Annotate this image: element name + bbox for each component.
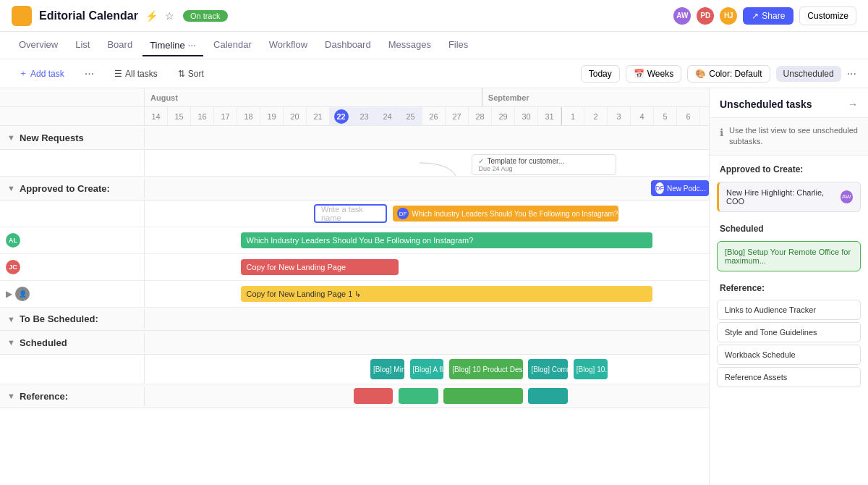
- sort-button[interactable]: ⇅ Sort: [171, 66, 211, 82]
- all-tasks-button[interactable]: ☰ All tasks: [107, 66, 165, 82]
- ref-bar-4: [528, 388, 568, 404]
- header: Editorial Calendar ⚡ ☆ On track AW PD HJ…: [0, 0, 868, 32]
- app-logo: [12, 6, 32, 26]
- tab-messages[interactable]: Messages: [381, 35, 438, 56]
- right-panel: Unscheduled tasks → ℹ Use the list view …: [709, 88, 868, 485]
- share-icon: ↗: [752, 11, 759, 21]
- panel-arrow-icon[interactable]: →: [848, 98, 858, 110]
- tab-overview[interactable]: Overview: [12, 35, 65, 56]
- tab-calendar[interactable]: Calendar: [206, 35, 259, 56]
- today-button[interactable]: Today: [581, 65, 620, 83]
- chevron-new-requests[interactable]: ▼: [7, 133, 15, 142]
- section-reference: ▼ Reference:: [0, 384, 709, 408]
- day-cell-31: 31: [538, 107, 561, 125]
- panel-ref-workback[interactable]: Workback Schedule: [717, 345, 861, 365]
- blog-comm-bar[interactable]: [Blog] Comm...: [528, 359, 568, 379]
- expand-subtask-icon[interactable]: ▶: [6, 289, 12, 299]
- day-cell-21: 21: [307, 107, 330, 125]
- color-button[interactable]: 🎨 Color: Default: [687, 65, 770, 83]
- user-avatar-subtask: 👤: [15, 287, 30, 301]
- tab-board[interactable]: Board: [100, 35, 140, 56]
- panel-ref-assets[interactable]: Reference Assets: [717, 367, 861, 387]
- panel-scheduled-card-1[interactable]: [Blog] Setup Your Remote Office for maxi…: [717, 241, 861, 271]
- calendar-icon: 📅: [634, 69, 644, 79]
- reference-section-canvas: [145, 384, 709, 408]
- new-requests-label: New Requests: [20, 132, 84, 143]
- section-approved: ▼ Approved to Create: DF New Podc...: [0, 177, 709, 201]
- day-cell-1: 1: [561, 107, 584, 125]
- more-options-button[interactable]: ···: [847, 67, 856, 80]
- star-icon[interactable]: ☆: [163, 9, 176, 23]
- header-icons: ⚡ ☆: [144, 9, 176, 23]
- new-podcast-bar[interactable]: DF New Podc...: [651, 180, 709, 196]
- show-options-icon[interactable]: ⚡: [144, 9, 159, 23]
- ref-bar-2: [399, 388, 438, 404]
- day-cell-17: 17: [214, 107, 237, 125]
- unscheduled-button[interactable]: Unscheduled: [776, 66, 841, 82]
- template-task-card[interactable]: ✓ Template for customer... Due 24 Aug: [472, 154, 616, 175]
- panel-info-text: Use the list view to see unscheduled sub…: [729, 125, 858, 148]
- chevron-scheduled[interactable]: ▼: [7, 338, 15, 347]
- day-cell-2: 2: [584, 107, 608, 125]
- day-cell-24: 24: [376, 107, 399, 125]
- approved-row-3: JC Copy for New Landing Page: [0, 254, 709, 281]
- blog-setup-text: [Blog] Setup Your Remote Office for maxi…: [725, 248, 851, 265]
- day-cell-14: 14: [145, 107, 168, 125]
- chevron-to-be-scheduled[interactable]: ▼: [7, 315, 15, 324]
- share-button[interactable]: ↗ Share: [743, 7, 793, 25]
- chevron-reference[interactable]: ▼: [7, 392, 15, 400]
- panel-header: Unscheduled tasks →: [710, 88, 868, 118]
- tab-dashboard[interactable]: Dashboard: [318, 35, 378, 56]
- blog-product-bar[interactable]: [Blog] 10 Product Design Innovation...: [449, 359, 522, 379]
- section-to-be-scheduled: ▼ To Be Scheduled:: [0, 308, 709, 331]
- landing-page-subtask-bar[interactable]: Copy for New Landing Page 1 ↳: [241, 286, 652, 302]
- scheduled-tasks-canvas: [Blog] Mindf... [Blog] A flat... [Blog] …: [145, 355, 709, 384]
- avatar-pd[interactable]: PD: [697, 7, 714, 25]
- add-task-button[interactable]: ＋ Add task: [12, 64, 72, 83]
- palette-icon: 🎨: [695, 69, 706, 79]
- day-cell-15: 15: [168, 107, 191, 125]
- check-icon: ✓: [478, 157, 484, 165]
- day-cell-16: 16: [191, 107, 214, 125]
- write-task-input[interactable]: Write a task name: [314, 204, 387, 223]
- blog-mindf-bar[interactable]: [Blog] Mindf...: [370, 359, 404, 379]
- approved-row-4: ▶ 👤 Copy for New Landing Page 1 ↳: [0, 281, 709, 308]
- template-canvas: ✓ Template for customer... Due 24 Aug: [145, 150, 709, 176]
- df-avatar: DF: [655, 182, 664, 194]
- instagram-task-green[interactable]: Which Industry Leaders Should You Be Fol…: [241, 232, 652, 248]
- chevron-approved[interactable]: ▼: [7, 184, 15, 193]
- panel-title: Unscheduled tasks: [720, 98, 812, 110]
- day-cell-23: 23: [353, 107, 376, 125]
- panel-ref-links[interactable]: Links to Audience Tracker: [717, 300, 861, 320]
- template-task-row: ✓ Template for customer... Due 24 Aug: [0, 150, 709, 177]
- page-title: Editorial Calendar: [39, 9, 138, 22]
- instagram-task-orange[interactable]: DF Which Industry Leaders Should You Be …: [393, 206, 618, 222]
- day-cell-27: 27: [446, 107, 469, 125]
- approved-label: Approved to Create:: [20, 183, 110, 194]
- tab-workflow[interactable]: Workflow: [262, 35, 315, 56]
- scheduled-section-canvas: [145, 331, 709, 354]
- scheduled-label: Scheduled: [20, 337, 67, 348]
- status-badge: On track: [183, 10, 228, 22]
- tab-list[interactable]: List: [68, 35, 97, 56]
- weeks-button[interactable]: 📅 Weeks: [626, 65, 681, 83]
- customize-button[interactable]: Customize: [799, 7, 856, 25]
- tab-timeline[interactable]: Timeline ···: [142, 35, 203, 56]
- approved-section-canvas: DF New Podc...: [145, 177, 709, 200]
- connector-line: [145, 150, 709, 176]
- to-be-scheduled-label: To Be Scheduled:: [20, 313, 98, 324]
- approved-row-2-canvas: Which Industry Leaders Should You Be Fol…: [145, 227, 709, 253]
- tab-files[interactable]: Files: [441, 35, 475, 56]
- reference-label: Reference:: [20, 391, 68, 402]
- blog-flat-bar[interactable]: [Blog] A flat...: [410, 359, 444, 379]
- info-circle-icon: ℹ: [720, 127, 723, 138]
- day-cell-4: 4: [631, 107, 654, 125]
- panel-approved-card-1[interactable]: New Hire Highlight: Charlie, COO AW: [717, 182, 861, 212]
- add-task-more-button[interactable]: ···: [77, 64, 101, 83]
- avatar-hj[interactable]: HJ: [720, 7, 737, 25]
- panel-ref-style[interactable]: Style and Tone Guidelines: [717, 322, 861, 342]
- day-cell-26: 26: [422, 107, 446, 125]
- blog-10-bar[interactable]: [Blog] 10...: [574, 359, 608, 379]
- landing-page-task-red[interactable]: Copy for New Landing Page: [241, 259, 399, 275]
- avatar-aw[interactable]: AW: [673, 7, 691, 25]
